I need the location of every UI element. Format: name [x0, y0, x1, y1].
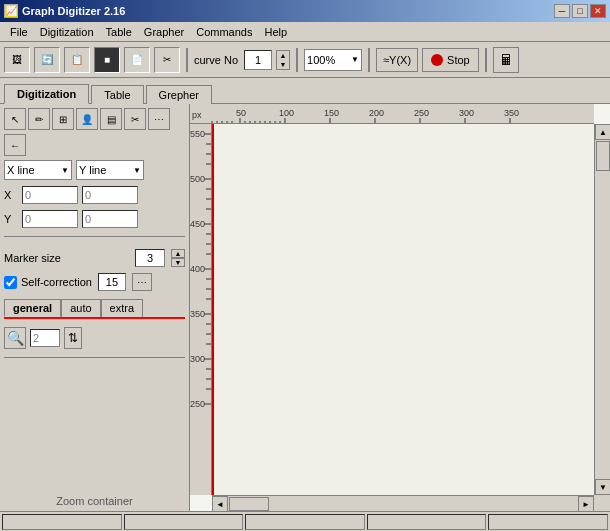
zoom-input[interactable] — [30, 329, 60, 347]
zoom-spin[interactable]: ⇅ — [64, 327, 82, 349]
calc-button[interactable]: 🖩 — [493, 47, 519, 73]
x-input-1[interactable] — [22, 186, 78, 204]
red-vertical-line — [212, 124, 214, 495]
minimize-button[interactable]: ─ — [554, 4, 570, 18]
marker-spin-up[interactable]: ▲ — [171, 249, 185, 258]
menu-help[interactable]: Help — [258, 24, 293, 40]
percent-select[interactable]: 100% ▼ — [304, 49, 362, 71]
tool-row-1: ↖ ✏ ⊞ 👤 ▤ ✂ ⋯ — [4, 108, 185, 130]
toolbar: 🖼 🔄 📋 ■ 📄 ✂ curve No 1 ▲ ▼ 100% ▼ ≈Y(X) … — [0, 42, 610, 78]
sub-tab-general[interactable]: general — [4, 299, 61, 317]
scroll-track-h[interactable] — [228, 496, 578, 511]
self-correction-btn[interactable]: ⋯ — [132, 273, 152, 291]
tool-btn-cursor[interactable]: ↖ — [4, 108, 26, 130]
svg-text:300: 300 — [459, 108, 474, 118]
scroll-down-button[interactable]: ▼ — [595, 479, 610, 495]
y-input-2[interactable] — [82, 210, 138, 228]
scroll-corner — [594, 495, 610, 511]
y-line-dropdown[interactable]: Y line ▼ — [76, 160, 144, 180]
maximize-button[interactable]: □ — [572, 4, 588, 18]
scroll-track-v[interactable] — [595, 140, 610, 479]
curve-no-input[interactable]: 1 — [244, 50, 272, 70]
status-cell-1 — [2, 514, 122, 530]
toolbar-sep-1 — [186, 48, 188, 72]
sep-1 — [4, 236, 185, 237]
menu-table[interactable]: Table — [100, 24, 138, 40]
svg-text:250: 250 — [190, 399, 205, 409]
close-button[interactable]: ✕ — [590, 4, 606, 18]
tool-btn-table[interactable]: ▤ — [100, 108, 122, 130]
status-cell-4 — [367, 514, 487, 530]
marker-size-input[interactable] — [135, 249, 165, 267]
self-correction-checkbox[interactable] — [4, 276, 17, 289]
scroll-up-button[interactable]: ▲ — [595, 124, 610, 140]
toolbar-btn-3[interactable]: 📋 — [64, 47, 90, 73]
self-correction-input[interactable] — [98, 273, 126, 291]
y-label: Y — [4, 213, 18, 225]
toolbar-btn-4[interactable]: ■ — [94, 47, 120, 73]
svg-text:50: 50 — [236, 108, 246, 118]
tool-btn-person[interactable]: 👤 — [76, 108, 98, 130]
graph-area[interactable]: px 50 100 150 200 250 300 — [190, 104, 610, 511]
scroll-left-button[interactable]: ◄ — [212, 496, 228, 511]
scroll-thumb-v[interactable] — [596, 141, 610, 171]
svg-text:500: 500 — [190, 174, 205, 184]
toolbar-btn-2[interactable]: 🔄 — [34, 47, 60, 73]
marker-spin-down[interactable]: ▼ — [171, 258, 185, 267]
tool-btn-scissors[interactable]: ✂ — [124, 108, 146, 130]
svg-text:350: 350 — [190, 309, 205, 319]
fx-button[interactable]: ≈Y(X) — [376, 48, 418, 72]
x-input-2[interactable] — [82, 186, 138, 204]
y-input-1[interactable] — [22, 210, 78, 228]
tab-table[interactable]: Table — [91, 85, 143, 104]
curve-no-spin[interactable]: ▲ ▼ — [276, 50, 290, 70]
tool-btn-extra[interactable]: ⋯ — [148, 108, 170, 130]
spin-down[interactable]: ▼ — [277, 60, 289, 69]
menu-file[interactable]: File — [4, 24, 34, 40]
svg-text:350: 350 — [504, 108, 519, 118]
sep-2 — [4, 357, 185, 358]
tool-btn-grid[interactable]: ⊞ — [52, 108, 74, 130]
toolbar-sep-3 — [368, 48, 370, 72]
toolbar-btn-5[interactable]: 📄 — [124, 47, 150, 73]
calc-icon: 🖩 — [499, 52, 513, 68]
toolbar-btn-1[interactable]: 🖼 — [4, 47, 30, 73]
left-panel: ↖ ✏ ⊞ 👤 ▤ ✂ ⋯ ← X line ▼ Y line ▼ — [0, 104, 190, 511]
zoom-row: 🔍 ⇅ — [4, 327, 185, 349]
marker-size-label: Marker size — [4, 252, 129, 264]
svg-text:250: 250 — [414, 108, 429, 118]
sub-tab-bar: general auto extra — [4, 299, 185, 319]
right-panel: px 50 100 150 200 250 300 — [190, 104, 610, 511]
graph-content[interactable] — [212, 124, 594, 495]
y-line-value: Y line — [79, 164, 106, 176]
toolbar-sep-2 — [296, 48, 298, 72]
menu-grapher[interactable]: Grapher — [138, 24, 190, 40]
stop-button[interactable]: Stop — [422, 48, 479, 72]
status-bar — [0, 511, 610, 531]
percent-dropdown-arrow: ▼ — [351, 55, 359, 64]
x-label: X — [4, 189, 18, 201]
toolbar-btn-6[interactable]: ✂ — [154, 47, 180, 73]
sub-tab-extra[interactable]: extra — [101, 299, 143, 317]
sub-tab-auto[interactable]: auto — [61, 299, 100, 317]
menu-commands[interactable]: Commands — [190, 24, 258, 40]
spin-up[interactable]: ▲ — [277, 51, 289, 60]
self-correction-row: Self-correction ⋯ — [4, 273, 185, 291]
main-area: Digitization Table Grepher ↖ ✏ ⊞ 👤 ▤ ✂ ⋯… — [0, 78, 610, 511]
svg-text:150: 150 — [324, 108, 339, 118]
x-line-dropdown[interactable]: X line ▼ — [4, 160, 72, 180]
scroll-right-button[interactable]: ► — [578, 496, 594, 511]
tab-digitization[interactable]: Digitization — [4, 84, 89, 104]
x-line-value: X line — [7, 164, 35, 176]
left-ruler-svg: 550 500 450 — [190, 124, 211, 495]
svg-text:100: 100 — [279, 108, 294, 118]
menu-digitization[interactable]: Digitization — [34, 24, 100, 40]
tool-btn-arrow[interactable]: ← — [4, 134, 26, 156]
zoom-icon-btn[interactable]: 🔍 — [4, 327, 26, 349]
tool-row-2: ← — [4, 134, 185, 156]
scroll-thumb-h[interactable] — [229, 497, 269, 511]
tab-grepher[interactable]: Grepher — [146, 85, 212, 104]
tool-btn-pen[interactable]: ✏ — [28, 108, 50, 130]
y-coord-row: Y — [4, 210, 185, 228]
x-coord-row: X — [4, 186, 185, 204]
